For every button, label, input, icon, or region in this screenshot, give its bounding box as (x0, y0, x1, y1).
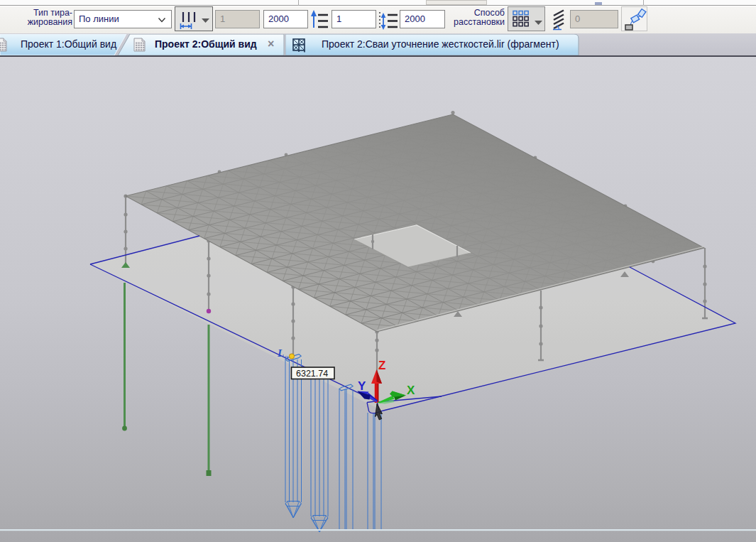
svg-text:o: o (285, 353, 288, 360)
svg-text:6321.74: 6321.74 (296, 369, 328, 379)
svg-text:X: X (407, 384, 415, 397)
svg-text:Y: Y (358, 379, 366, 393)
svg-text:Z: Z (378, 359, 385, 372)
svg-text:L: L (277, 347, 284, 359)
